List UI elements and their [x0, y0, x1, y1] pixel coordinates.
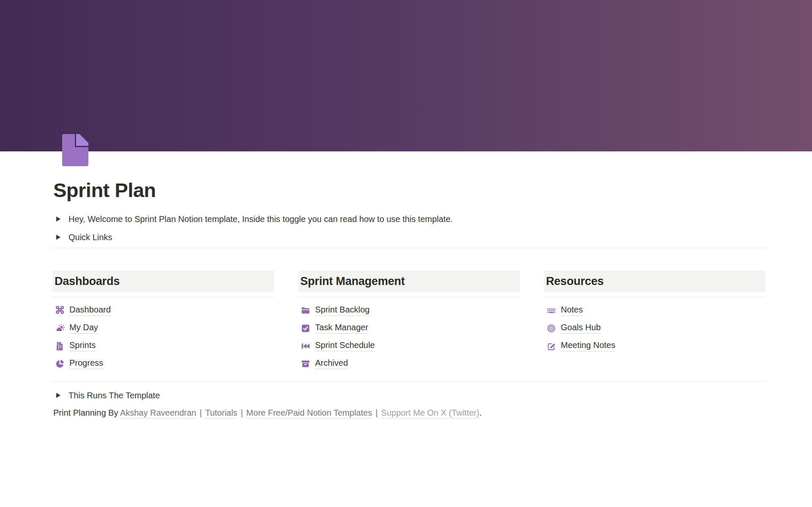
- page-link-sprint-backlog[interactable]: Sprint Backlog: [301, 301, 520, 319]
- page-link-notes[interactable]: Notes: [546, 301, 765, 319]
- page-link-list: Sprint Backlog Task Manager Sprint Sched…: [298, 297, 520, 373]
- column-dashboards: Dashboards⌘Dashboard My Day Sprints Prog…: [52, 271, 274, 373]
- footer-separator: |: [372, 408, 381, 417]
- page-link-label: My Day: [69, 323, 98, 334]
- page-link-label: Archived: [315, 358, 348, 369]
- footer-prefix: Print Planning By: [53, 408, 120, 417]
- rewind-icon: [301, 341, 310, 351]
- keyboard-icon: [546, 306, 556, 315]
- column-heading: Dashboards: [55, 275, 120, 288]
- page-cover-image: [0, 0, 812, 151]
- page-link-label: Sprint Schedule: [315, 340, 375, 351]
- toggle-triangle-icon[interactable]: [53, 390, 63, 400]
- toggle-runs-template-label: This Runs The Template: [69, 391, 160, 400]
- page-link-label: Task Manager: [315, 323, 368, 334]
- page-link-label: Sprints: [69, 340, 96, 351]
- page-link-task-manager[interactable]: Task Manager: [301, 319, 520, 337]
- target-icon: [546, 323, 556, 333]
- column-heading: Sprint Management: [300, 275, 405, 288]
- checkbox-icon: [301, 323, 310, 333]
- column-resources: Resources Notes Goals Hub Meeting Notes: [544, 271, 765, 373]
- column-header-sprint-management: Sprint Management: [298, 271, 520, 292]
- page-link-meeting-notes[interactable]: Meeting Notes: [546, 337, 765, 355]
- page-link-list: Notes Goals Hub Meeting Notes: [544, 297, 765, 355]
- page-link-my-day[interactable]: My Day: [55, 319, 274, 337]
- footer-suffix: .: [479, 408, 482, 417]
- compose-icon: [546, 341, 556, 351]
- toggle-runs-template[interactable]: This Runs The Template: [53, 389, 160, 402]
- page-link-label: Meeting Notes: [561, 340, 615, 351]
- footer-link-akshay-raveendran[interactable]: Akshay Raveendran: [120, 408, 196, 419]
- toggle-quick-links[interactable]: Quick Links: [53, 231, 112, 244]
- page-link-dashboard[interactable]: ⌘Dashboard: [55, 301, 274, 319]
- column-header-resources: Resources: [544, 271, 765, 292]
- page-link-archived[interactable]: Archived: [301, 355, 520, 373]
- toggle-triangle-icon[interactable]: [53, 214, 63, 224]
- toggle-welcome[interactable]: Hey, Welcome to Sprint Plan Notion templ…: [53, 213, 453, 225]
- divider: [52, 381, 765, 382]
- page-link-goals-hub[interactable]: Goals Hub: [546, 319, 765, 337]
- document-icon: [62, 134, 88, 166]
- footer-link-support-me-on-x-twitter[interactable]: Support Me On X (Twitter): [381, 408, 479, 419]
- column-heading: Resources: [546, 275, 604, 288]
- footer-link-tutorials[interactable]: Tutorials: [205, 408, 237, 419]
- pie-chart-icon: [55, 359, 65, 369]
- toggle-triangle-icon[interactable]: [53, 232, 63, 242]
- page-link-label: Sprint Backlog: [315, 305, 370, 316]
- divider: [52, 248, 765, 248]
- footer-separator: |: [237, 408, 246, 417]
- folder-icon: [301, 306, 310, 315]
- archive-box-icon: [301, 359, 310, 369]
- page-link-label: Dashboard: [69, 305, 111, 316]
- footer-separator: |: [196, 408, 205, 417]
- page-link-progress[interactable]: Progress: [55, 355, 274, 373]
- journal-page-icon: [55, 341, 65, 351]
- page-link-sprints[interactable]: Sprints: [55, 337, 274, 355]
- page-link-label: Progress: [69, 358, 103, 369]
- page-link-label: Notes: [561, 305, 583, 316]
- toggle-quick-links-label: Quick Links: [69, 233, 112, 242]
- page-link-sprint-schedule[interactable]: Sprint Schedule: [301, 337, 520, 355]
- column-header-dashboards: Dashboards: [52, 271, 274, 292]
- page-link-label: Goals Hub: [561, 323, 601, 334]
- footer-credits: Print Planning By Akshay Raveendran|Tuto…: [53, 408, 482, 418]
- toggle-welcome-label: Hey, Welcome to Sprint Plan Notion templ…: [69, 214, 453, 224]
- page-document-icon[interactable]: [62, 134, 88, 166]
- command-icon: ⌘: [55, 306, 65, 315]
- sun-cloud-icon: [55, 323, 65, 333]
- columns-section: Dashboards⌘Dashboard My Day Sprints Prog…: [52, 271, 765, 373]
- footer-link-more-free-paid-notion-templates[interactable]: More Free/Paid Notion Templates: [246, 408, 372, 419]
- column-sprint-management: Sprint Management Sprint Backlog Task Ma…: [298, 271, 520, 373]
- page-title: Sprint Plan: [53, 179, 156, 201]
- page-link-list: ⌘Dashboard My Day Sprints Progress: [52, 297, 274, 373]
